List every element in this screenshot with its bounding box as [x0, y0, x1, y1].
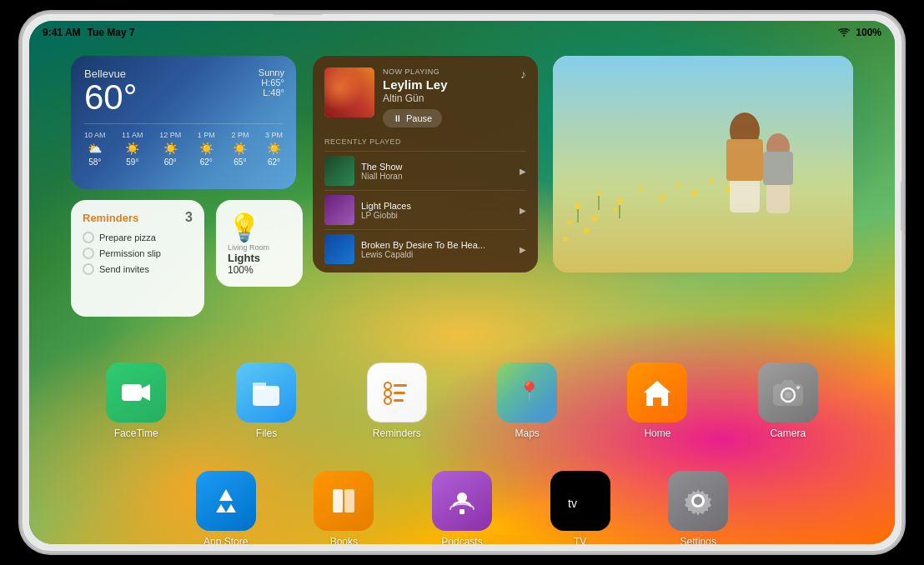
settings-icon	[668, 471, 728, 531]
app-maps[interactable]: 📍 Maps	[497, 362, 557, 439]
home-app-icon	[627, 362, 687, 422]
now-playing-label: NOW PLAYING	[383, 68, 448, 76]
camera-label: Camera	[770, 428, 806, 439]
app-home[interactable]: Home	[627, 362, 687, 439]
reminder-checkbox-0[interactable]	[83, 232, 94, 243]
track-title-2: Broken By Desire To Be Hea...	[361, 240, 513, 250]
svg-point-2	[575, 202, 581, 209]
svg-point-11	[691, 190, 698, 197]
books-icon	[314, 471, 374, 531]
home-lights-widget[interactable]: 💡 Living Room Lights 100%	[216, 200, 303, 287]
maps-label: Maps	[515, 428, 539, 439]
status-date: Tue May 7	[88, 27, 135, 38]
podcasts-label: Podcasts	[441, 536, 482, 544]
svg-rect-29	[394, 384, 407, 387]
svg-point-10	[675, 182, 680, 188]
svg-point-28	[384, 382, 391, 389]
track-title-1: Light Places	[361, 201, 513, 211]
forecast-item-2: 12 PM ☀️ 60°	[159, 131, 181, 167]
weather-widget[interactable]: Bellevue 60° Sunny H:65° L:48° 10 AM ⛅ 5…	[71, 56, 296, 189]
svg-rect-39	[344, 489, 354, 512]
home-device-value: 100%	[228, 264, 291, 276]
ipad-screen: 9:41 AM Tue May 7 100% Bellevue 60° Sunn…	[29, 21, 895, 544]
reminders-label: Reminders	[373, 428, 421, 439]
forecast-item-0: 10 AM ⛅ 58°	[84, 131, 106, 167]
track-artist-0: Niall Horan	[361, 172, 513, 181]
svg-point-5	[638, 187, 643, 192]
apps-row-2: App Store Books	[71, 471, 853, 544]
weather-low: L:48°	[259, 88, 284, 98]
forecast-item-5: 3 PM ☀️ 62°	[265, 131, 283, 167]
status-time: 9:41 AM	[43, 27, 81, 38]
app-settings[interactable]: Settings	[668, 471, 728, 544]
svg-rect-33	[394, 399, 404, 402]
app-podcasts[interactable]: Podcasts	[432, 471, 492, 544]
pause-button[interactable]: ⏸ Pause	[383, 109, 442, 128]
apps-row-1: FaceTime Files	[71, 362, 853, 439]
books-label: Books	[330, 536, 358, 544]
svg-rect-27	[253, 382, 266, 389]
svg-rect-25	[122, 384, 142, 401]
files-icon	[236, 362, 296, 422]
camera-icon	[758, 362, 818, 422]
tv-label: TV	[574, 536, 586, 544]
reminder-item-0: Prepare pizza	[83, 232, 193, 243]
svg-rect-1	[553, 56, 853, 272]
svg-point-37	[796, 386, 800, 389]
svg-point-43	[694, 497, 702, 505]
track-thumbnail-0	[324, 156, 354, 186]
reminder-text-0: Prepare pizza	[99, 232, 156, 242]
app-camera[interactable]: Camera	[758, 362, 818, 439]
track-thumbnail-2	[324, 234, 354, 264]
music-widget[interactable]: NOW PLAYING Leylim Ley Altin Gün ⏸ Pause…	[313, 56, 538, 272]
music-song-title: Leylim Ley	[383, 78, 448, 92]
music-track-2[interactable]: Broken By Desire To Be Hea... Lewis Capa…	[324, 229, 526, 268]
svg-rect-21	[726, 139, 763, 181]
facetime-label: FaceTime	[114, 428, 158, 439]
reminders-count: 3	[185, 210, 193, 225]
reminder-checkbox-2[interactable]	[83, 263, 94, 275]
app-reminders[interactable]: Reminders	[367, 362, 427, 439]
maps-icon: 📍	[497, 362, 557, 422]
reminder-item-1: Permission slip	[83, 248, 193, 259]
svg-point-36	[785, 392, 791, 398]
svg-rect-24	[763, 152, 793, 185]
wifi-icon	[837, 28, 851, 38]
reminder-item-2: Send invites	[83, 263, 193, 275]
svg-rect-38	[333, 489, 343, 512]
app-files[interactable]: Files	[236, 362, 296, 439]
music-track-0[interactable]: The Show Niall Horan ▶	[324, 151, 526, 190]
reminders-widget[interactable]: Reminders 3 Prepare pizza Permission sli…	[71, 200, 204, 317]
recently-played-label: RECENTLY PLAYED	[324, 138, 526, 146]
track-play-0[interactable]: ▶	[520, 167, 526, 176]
top-button[interactable]	[273, 12, 323, 15]
svg-point-9	[658, 194, 665, 201]
photo-widget[interactable]	[553, 56, 853, 272]
app-books[interactable]: Books	[314, 471, 374, 544]
track-artist-1: LP Giobbi	[361, 211, 513, 220]
photo-placeholder	[553, 56, 853, 272]
svg-point-14	[563, 237, 568, 242]
svg-point-32	[384, 398, 391, 404]
reminder-text-2: Send invites	[99, 264, 149, 274]
track-play-1[interactable]: ▶	[520, 206, 526, 215]
weather-conditions: Sunny H:65° L:48°	[259, 68, 284, 98]
weather-forecast: 10 AM ⛅ 58° 11 AM ☀️ 59° 12 PM ☀️ 60° 1 …	[84, 123, 283, 167]
music-note-icon: ♪	[520, 68, 526, 81]
volume-button[interactable]	[901, 181, 903, 231]
album-art	[324, 68, 374, 118]
app-facetime[interactable]: FaceTime	[106, 362, 166, 439]
reminder-checkbox-1[interactable]	[83, 248, 94, 259]
app-appstore[interactable]: App Store	[196, 471, 256, 544]
track-play-2[interactable]: ▶	[520, 245, 526, 254]
svg-point-30	[384, 390, 391, 397]
forecast-item-3: 1 PM ☀️ 62°	[198, 131, 215, 167]
svg-point-40	[457, 492, 467, 502]
facetime-icon	[106, 362, 166, 422]
music-artist: Altin Gün	[383, 92, 448, 104]
svg-point-6	[567, 220, 572, 225]
files-label: Files	[256, 428, 277, 439]
music-track-1[interactable]: Light Places LP Giobbi ▶	[324, 190, 526, 229]
app-tv[interactable]: tv TV	[550, 471, 610, 544]
forecast-item-1: 11 AM ☀️ 59°	[122, 131, 143, 167]
